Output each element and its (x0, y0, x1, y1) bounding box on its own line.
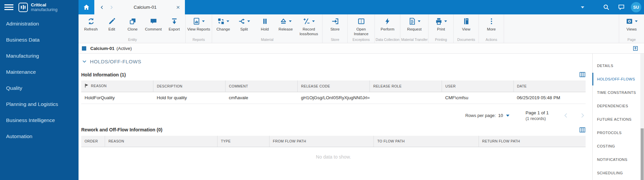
column-header-comment[interactable]: COMMENT (226, 80, 298, 92)
right-nav-item-notifications[interactable]: NOTIFICATIONS (593, 153, 640, 166)
right-nav-item-future-actions[interactable]: FUTURE ACTIONS (593, 113, 640, 126)
cell-reason[interactable]: HoldForQuality (81, 92, 153, 104)
release-button[interactable]: Release (275, 14, 296, 32)
record-loss-bonus-button[interactable]: Record loss/bonus (296, 14, 321, 36)
cell-date: 06/25/2019 05:48 PM (513, 92, 586, 104)
right-section-nav: DETAILSHOLDS/OFF-FLOWSTIME CONSTRAINTSDE… (592, 54, 640, 180)
request-button[interactable]: Request (403, 14, 426, 32)
column-header-reason[interactable]: REASON (105, 136, 217, 147)
hold-button[interactable]: Hold (254, 14, 275, 32)
search-icon[interactable] (603, 4, 610, 11)
refresh-icon (87, 17, 95, 26)
right-nav-item-dependencies[interactable]: DEPENDENCIES (593, 99, 640, 113)
toolbar-button-label: More (487, 27, 496, 32)
toolbar-group-label: Printing (429, 37, 453, 43)
sidebar-menu: AdministrationBusiness DataManufacturing… (0, 14, 79, 144)
records-label: (1 records) (526, 116, 549, 121)
tab-close-icon[interactable]: × (176, 4, 181, 10)
column-settings-icon[interactable] (579, 127, 586, 133)
rework-info-title: Rework and Off-Flow Information (0) (81, 127, 162, 132)
tab-calcium-01[interactable]: Calcium-01 × (94, 0, 185, 14)
view-button[interactable]: View (454, 14, 478, 32)
dropdown-caret-icon (202, 20, 205, 22)
store-button[interactable]: Store (323, 14, 347, 32)
brand-logo: Critical manufacturing (18, 3, 57, 12)
column-header-from-flow-path[interactable]: FROM FLOW PATH (269, 136, 374, 147)
toolbar-group-label: Material (213, 37, 321, 43)
column-header-user[interactable]: USER (442, 80, 513, 92)
chat-icon[interactable] (618, 4, 625, 11)
vertical-scrollbar[interactable] (640, 54, 644, 180)
left-sidebar: Critical manufacturing AdministrationBus… (0, 0, 79, 180)
dropdown-caret-icon (312, 20, 315, 22)
refresh-button[interactable]: Refresh (81, 14, 101, 32)
views-button[interactable]: Views (620, 14, 643, 32)
section-holds-offflows[interactable]: HOLDS/OFF-FLOWS (82, 59, 586, 64)
sidebar-item-business-intelligence[interactable]: Business Intelligence (0, 112, 79, 128)
edit-button[interactable]: Edit (101, 14, 122, 32)
toolbar-button-label: Views (627, 27, 637, 32)
dropdown-caret-icon (418, 20, 420, 22)
right-nav-item-protocols[interactable]: PROTOCOLS (593, 126, 640, 139)
column-header-reason[interactable]: REASON (81, 80, 153, 92)
column-header-description[interactable]: DESCRIPTION (153, 80, 226, 92)
previous-page-icon[interactable] (563, 112, 569, 119)
view-reports-button[interactable]: View Reports (186, 14, 211, 32)
app-window: Critical manufacturing AdministrationBus… (0, 0, 644, 180)
right-nav-item-costing[interactable]: COSTING (593, 139, 640, 153)
comment-button[interactable]: Comment (143, 14, 164, 32)
more-icon (488, 17, 495, 26)
sidebar-item-manufacturing[interactable]: Manufacturing (0, 48, 79, 64)
column-header-order[interactable]: ORDER (81, 136, 105, 147)
sidebar-item-business-data[interactable]: Business Data (0, 32, 79, 48)
column-header-return-flow-path[interactable]: RETURN FLOW PATH (479, 136, 586, 147)
home-button[interactable] (79, 0, 94, 14)
right-nav-item-details[interactable]: DETAILS (593, 59, 640, 72)
sidebar-item-quality[interactable]: Quality (0, 80, 79, 96)
export-button[interactable]: Export (164, 14, 185, 32)
open-instance-button[interactable]: Open Instance (348, 14, 374, 36)
rows-per-page-caret-icon[interactable] (506, 115, 509, 117)
collapse-panel-icon[interactable] (633, 46, 638, 51)
brand-subname: manufacturing (31, 8, 57, 12)
column-settings-icon[interactable] (579, 71, 586, 78)
content-area: HOLDS/OFF-FLOWS Hold Information (1) REA… (79, 54, 592, 180)
sidebar-item-automation[interactable]: Automation (0, 128, 79, 144)
column-header-release-role[interactable]: RELEASE ROLE (370, 80, 442, 92)
entity-title-row: Calcium-01 (Active) (79, 43, 644, 54)
next-page-icon[interactable] (579, 112, 586, 119)
right-nav-item-time-constraints[interactable]: TIME CONSTRAINTS (593, 86, 640, 99)
sidebar-item-planning-and-logistics[interactable]: Planning and Logistics (0, 96, 79, 112)
column-header-release-code[interactable]: RELEASE CODE (298, 80, 370, 92)
column-header-type[interactable]: TYPE (217, 136, 269, 147)
change-button[interactable]: Change (213, 14, 234, 32)
tab-back-icon[interactable] (99, 5, 105, 10)
page-info: Page 1 of 1 (1 records) (526, 110, 549, 121)
toolbar-button-label: View Reports (187, 27, 210, 32)
more-button[interactable]: More (480, 14, 503, 32)
column-header-date[interactable]: DATE (513, 80, 586, 92)
print-button[interactable]: Print (429, 14, 453, 32)
hold-info-header: Hold Information (1) (81, 71, 586, 78)
user-avatar[interactable]: SU (631, 2, 641, 12)
toolbar-group-data-collection: PerformData Collection (375, 14, 400, 43)
toolbar-group-material-transfer: RequestMaterial Transfer (400, 14, 429, 43)
right-nav-item-scheduling[interactable]: SCHEDULING (593, 166, 640, 180)
home-icon (83, 4, 90, 11)
header-dropdown-caret-icon[interactable] (581, 6, 584, 8)
column-header-to-flow-path[interactable]: TO FLOW PATH (374, 136, 479, 147)
scrollbar-thumb[interactable] (641, 128, 644, 180)
cell-release-role (370, 92, 442, 104)
hamburger-menu-icon[interactable] (4, 3, 13, 11)
clone-button[interactable]: Clone (122, 14, 143, 32)
right-nav-item-holds-off-flows[interactable]: HOLDS/OFF-FLOWS (593, 72, 640, 86)
cell-comment: cmf\avale (226, 92, 298, 104)
tab-forward-icon[interactable] (108, 5, 115, 10)
sidebar-item-maintenance[interactable]: Maintenance (0, 64, 79, 80)
split-button[interactable]: Split (234, 14, 254, 32)
toolbar-button-label: Open Instance (349, 27, 373, 36)
perform-button[interactable]: Perform (376, 14, 399, 32)
store-icon (331, 17, 339, 26)
sidebar-item-administration[interactable]: Administration (0, 16, 79, 32)
rows-per-page-select[interactable]: 10 (498, 113, 503, 118)
